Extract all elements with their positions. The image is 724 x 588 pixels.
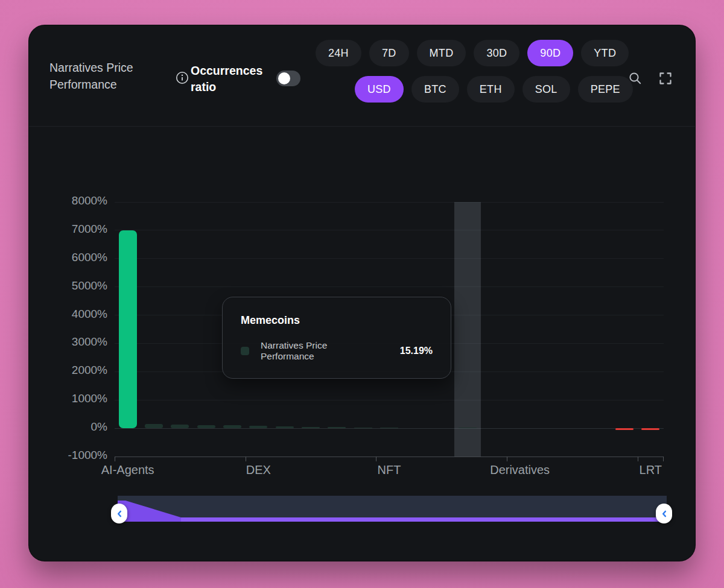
currency-pepe[interactable]: PEPE [578,76,633,103]
x-axis-label-derivatives: Derivatives [490,463,550,477]
tooltip-series-label: Narratives Price Performance [261,340,383,362]
y-axis-label: 7000% [29,223,107,236]
x-axis-tick [663,457,664,461]
gridline [115,230,664,230]
time-range-24h[interactable]: 24H [316,40,361,66]
y-axis-label: -1000% [29,449,107,462]
gridline [115,202,664,203]
bar[interactable] [276,426,294,428]
navigator-right-handle[interactable] [656,504,672,523]
info-icon[interactable] [176,71,189,84]
bar[interactable] [328,427,346,428]
bar[interactable] [641,428,659,430]
x-axis-tick [376,457,376,461]
hover-highlight-band [454,202,480,457]
bar[interactable] [354,428,372,428]
bar-memecoins[interactable] [459,428,477,428]
series-marker-icon [241,347,249,355]
y-axis-label: 2000% [29,364,107,377]
time-range-group: 24H7DMTD30D90DYTD [316,40,629,66]
time-range-ytd[interactable]: YTD [581,40,629,66]
x-axis-tick [246,457,246,461]
x-axis-label-dex: DEX [246,463,271,477]
chart-card: Narratives Price Performance Occurrences… [29,25,695,561]
y-axis-label: 6000% [29,251,107,264]
bar[interactable] [223,425,241,428]
toggle-knob [278,72,290,84]
bar[interactable] [249,426,267,428]
currency-sol[interactable]: SOL [522,76,570,103]
time-range-30d[interactable]: 30D [474,40,519,66]
y-axis-label: 8000% [29,194,107,207]
time-range-90d[interactable]: 90D [527,40,573,66]
chart-tooltip: Memecoins Narratives Price Performance 1… [222,297,451,379]
x-axis-tick [115,457,115,461]
gridline [115,258,664,259]
currency-eth[interactable]: ETH [467,76,515,103]
tooltip-category: Memecoins [241,314,433,327]
x-axis-label-lrt: LRT [640,463,662,477]
navigator-minimap [118,496,667,522]
x-axis-label-ai-agents: AI-Agents [101,463,154,477]
time-range-mtd[interactable]: MTD [417,40,466,66]
y-axis: 8000%7000%6000%5000%4000%3000%2000%1000%… [29,25,107,561]
bar[interactable] [197,425,215,428]
y-axis-label: 1000% [29,392,107,405]
chevron-left-icon [114,508,125,519]
chevron-left-icon [659,508,670,519]
bar[interactable] [615,428,634,430]
page-background: Narratives Price Performance Occurrences… [0,0,724,588]
occurrences-ratio-toggle[interactable] [276,71,300,86]
x-axis-label-nft: NFT [378,463,401,477]
y-axis-label: 0% [29,420,107,434]
tooltip-row: Narratives Price Performance 15.19% [241,340,433,362]
bar[interactable] [171,425,189,428]
y-axis-label: 4000% [29,308,107,321]
bar-ai-agents[interactable] [119,230,137,428]
occurrences-ratio-label: Occurrences ratio [191,63,272,95]
gridline [115,457,664,457]
x-axis: AI-AgentsDEXNFTDerivativesLRT [115,463,664,481]
header-divider [29,126,695,127]
gridline [115,400,664,400]
fullscreen-icon[interactable] [658,71,673,86]
currency-usd[interactable]: USD [355,76,404,103]
chart-navigator[interactable] [118,496,667,522]
bar[interactable] [380,428,398,428]
bar[interactable] [302,427,320,429]
x-axis-tick [507,457,507,461]
x-axis-tick [638,457,638,461]
navigator-left-handle[interactable] [111,504,127,523]
tooltip-value: 15.19% [400,346,433,356]
time-range-7d[interactable]: 7D [369,40,409,66]
y-axis-label: 3000% [29,335,107,349]
y-axis-label: 5000% [29,279,107,292]
currency-btc[interactable]: BTC [411,76,459,103]
gridline [115,286,664,287]
header-icons [628,71,673,86]
bar[interactable] [145,424,163,429]
search-icon[interactable] [628,71,643,86]
currency-group: USDBTCETHSOLPEPE [355,76,633,103]
